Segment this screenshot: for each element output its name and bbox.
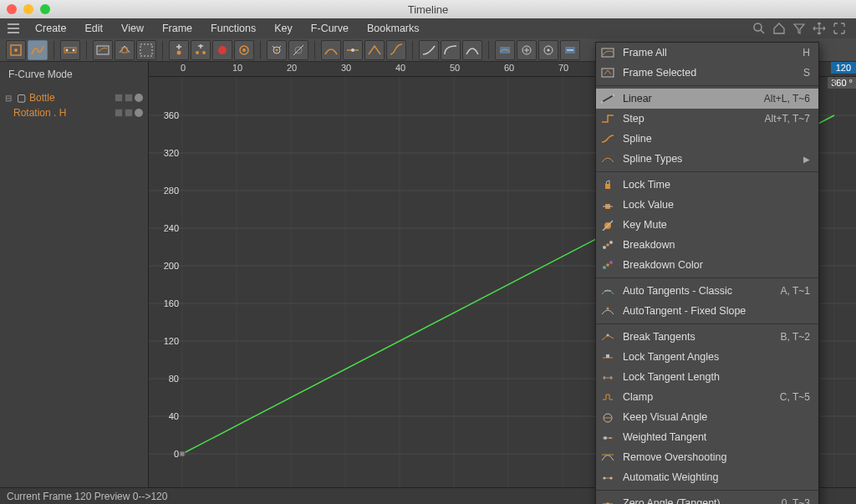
menu-view[interactable]: View [113,19,152,38]
lock-time-icon [599,177,616,192]
svg-point-59 [609,241,613,244]
dropdown-item-label: Weighted Tangent [623,431,810,443]
tool-record[interactable] [212,40,232,60]
track-dot[interactable] [135,109,143,117]
weighted-tangent-icon [599,430,616,445]
tool-snap-on[interactable] [267,40,287,60]
dropdown-item-clamp[interactable]: ClampC, T~5 [596,387,818,407]
dropdown-item-spline[interactable]: Spline [596,129,818,149]
expand-icon[interactable] [833,22,846,35]
ylabel: 240 [164,223,179,233]
minimize-button[interactable] [23,4,33,14]
tool-tangent-3[interactable] [364,40,385,60]
dropdown-item-spline-types[interactable]: Spline Types▶ [596,149,818,169]
dropdown-item-step[interactable]: StepAlt+T, T~7 [596,109,818,129]
tool-tangent-1[interactable] [321,40,341,60]
dropdown-item-break-tangents[interactable]: Break TangentsB, T~2 [596,327,818,347]
hamburger-icon[interactable] [5,20,22,37]
dropdown-item-weighted-tangent[interactable]: Weighted Tangent [596,427,818,447]
ylabel: 360 [164,110,179,120]
tool-frame-all[interactable] [93,40,113,60]
svg-point-3 [14,48,18,52]
tool-fcurve[interactable] [28,40,48,60]
auto-tangent-fixed-icon [599,303,616,318]
keep-visual-angle-icon [599,410,616,425]
menu-functions[interactable]: Functions [202,19,264,38]
menu-fcurve[interactable]: F-Curve [303,19,357,38]
tool-region-4[interactable] [560,40,580,60]
tool-tangent-2[interactable] [343,40,363,60]
dropdown-item-lock-value[interactable]: Lock Value [596,195,818,215]
dropdown-item-keep-visual-angle[interactable]: Keep Visual Angle [596,407,818,427]
track-name: Rotation . H [13,107,111,119]
dropdown-item-auto-tangent-classic[interactable]: Auto Tangents - ClassicA, T~1 [596,281,818,301]
menu-frame[interactable]: Frame [154,19,201,38]
dropdown-item-key-mute[interactable]: Key Mute [596,215,818,235]
lock-tangent-angles-icon [599,349,616,364]
tool-add-key[interactable] [169,40,189,60]
menu-key[interactable]: Key [266,19,301,38]
dropdown-shortcut: B, T~2 [781,331,810,343]
svg-point-5 [66,48,69,51]
move-icon[interactable] [813,22,826,35]
menu-edit[interactable]: Edit [77,19,112,38]
vis-toggle-2[interactable] [125,94,133,102]
home-icon[interactable] [772,22,786,35]
ylabel: 120 [164,336,179,346]
tool-curve-3[interactable] [462,40,482,60]
keyframe-0[interactable] [180,451,185,456]
window-title: Timeline [408,3,449,16]
filter-icon[interactable] [792,22,806,35]
dropdown-item-lock-tangent-length[interactable]: Lock Tangent Length [596,367,818,387]
tool-snap-off[interactable] [288,40,308,60]
ruler-tick: 0 [181,63,186,73]
dropdown-item-frame-all[interactable]: Frame AllH [596,43,818,63]
tool-frame-range[interactable] [136,40,156,60]
menu-create[interactable]: Create [27,19,75,38]
zero-angle-icon [599,496,616,504]
tree-row-track[interactable]: Rotation . H [2,105,146,120]
tool-region-2[interactable] [517,40,537,60]
mode-label: F-Curve Mode [0,62,148,87]
dropdown-separator [596,323,818,324]
tool-curve-1[interactable] [419,40,439,60]
tool-add-keys[interactable] [191,40,211,60]
vis-dot[interactable] [135,94,143,102]
tool-curve-2[interactable] [441,40,461,60]
tool-autokey[interactable] [234,40,254,60]
track-toggle-1[interactable] [115,109,123,117]
dropdown-item-remove-overshoot[interactable]: Remove Overshooting [596,447,818,467]
tool-frame-sel[interactable] [115,40,135,60]
ylabel: 40 [169,411,179,421]
tool-motion[interactable] [60,40,80,60]
close-button[interactable] [7,4,17,14]
dropdown-item-zero-angle[interactable]: Zero Angle (Tangent)0, T~3 [596,493,818,504]
dropdown-item-lock-time[interactable]: Lock Time [596,175,818,195]
tool-dopesheet[interactable] [6,40,26,60]
vis-toggle-1[interactable] [115,94,123,102]
dropdown-item-frame-selected[interactable]: Frame SelectedS [596,63,818,83]
svg-point-58 [603,246,606,249]
tree-row-object[interactable]: ⊟ ▢ Bottle [2,90,146,105]
tool-tangent-4[interactable] [386,40,406,60]
dropdown-item-auto-weight[interactable]: Automatic Weighting [596,467,818,487]
dropdown-item-breakdown-color[interactable]: Breakdown Color [596,255,818,275]
menu-bookmarks[interactable]: Bookmarks [359,19,428,38]
tool-region-1[interactable] [495,40,515,60]
linear-icon [599,91,616,106]
tree-obj-icon: ▢ [17,92,26,104]
dropdown-item-lock-tangent-angles[interactable]: Lock Tangent Angles [596,347,818,367]
spline-icon [599,131,616,146]
zoom-button[interactable] [40,4,50,14]
tool-region-3[interactable] [538,40,558,60]
dropdown-item-auto-tangent-fixed[interactable]: AutoTangent - Fixed Slope [596,301,818,321]
dropdown-item-linear[interactable]: LinearAlt+L, T~6 [596,89,818,109]
track-toggle-2[interactable] [125,109,133,117]
expand-icon[interactable]: ⊟ [5,94,13,103]
svg-point-63 [606,263,609,267]
svg-point-73 [610,477,613,480]
dropdown-item-breakdown[interactable]: Breakdown [596,235,818,255]
svg-point-17 [276,48,278,51]
ruler-tick: 40 [395,63,405,73]
search-icon[interactable] [752,22,766,35]
